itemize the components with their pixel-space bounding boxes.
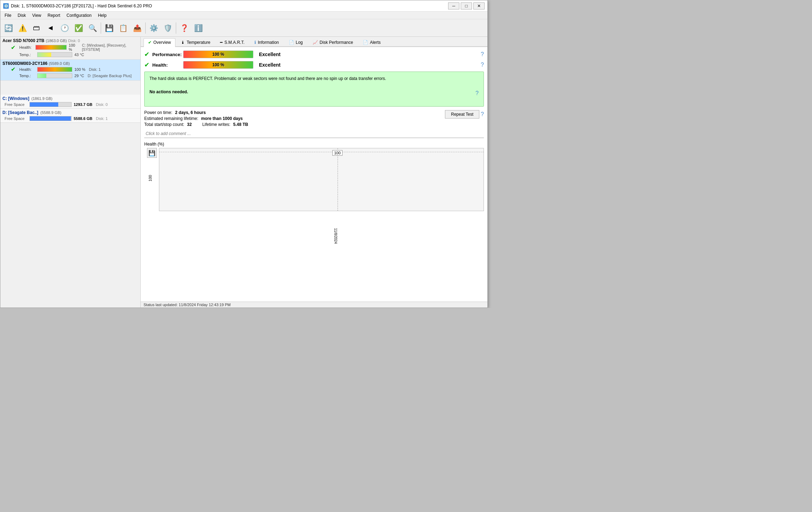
toolbar-separator-1 xyxy=(101,22,101,34)
refresh-button[interactable]: 🔄 xyxy=(2,21,15,35)
toolbar-separator-3 xyxy=(176,22,176,34)
chart-date-label: 11/8/2024 xyxy=(334,228,338,244)
health-help-icon[interactable]: ? xyxy=(481,62,484,68)
disk0-location: C: [Windows], [Recovery], [SYSTEM] xyxy=(82,43,138,52)
tab-information-icon: ℹ xyxy=(254,40,256,45)
tab-smart[interactable]: ━ S.M.A.R.T. xyxy=(215,38,249,46)
comment-area[interactable] xyxy=(144,130,484,138)
menu-file[interactable]: File xyxy=(2,12,14,19)
status-help-icon[interactable]: ? xyxy=(475,89,479,98)
disk-item-0[interactable]: Acer SSD N7000 2TB (1863.0 GB) Disk: 0 ✔… xyxy=(0,37,140,60)
disk1-temp-row: Temp.: 29 °C D: [Seagate Backup Plus] xyxy=(2,73,138,78)
menu-help[interactable]: Help xyxy=(95,12,109,19)
vol-d-size: (5588.9 GB) xyxy=(40,110,61,115)
disk0-health-fill xyxy=(36,45,66,49)
tab-alerts[interactable]: 📄 Alerts xyxy=(358,38,385,46)
help-button[interactable]: ❓ xyxy=(178,21,191,35)
tab-overview[interactable]: ✔ Overview xyxy=(144,38,175,47)
repeat-test-help-icon[interactable]: ? xyxy=(481,111,484,117)
performance-label: Performance: xyxy=(152,52,180,57)
backup-button[interactable]: 💾 xyxy=(102,21,116,35)
chart-wrapper: 100 100 xyxy=(157,148,484,211)
toolbar-separator-2 xyxy=(145,22,146,34)
disk1-health-row: ✔ Health: 100 % Disk: 1 xyxy=(2,66,138,73)
titlebar: 💿 Disk: 1, ST6000DM003-2CY186 [ZF20172L]… xyxy=(0,0,487,12)
disk1-location: D: [Seagate Backup Plus] xyxy=(88,74,132,78)
chart-save-button[interactable]: 💾 xyxy=(147,148,157,158)
lifetime-value: more than 1000 days xyxy=(201,116,243,121)
volume-d[interactable]: D: [Seagate Bac..] (5588.9 GB) Free Spac… xyxy=(0,109,140,123)
tab-information[interactable]: ℹ Information xyxy=(250,38,284,46)
tab-temperature[interactable]: 🌡 Temperature xyxy=(176,38,215,46)
tab-log[interactable]: 📄 Log xyxy=(284,38,307,46)
hdd-icon: 🗃 xyxy=(32,23,41,33)
disk0-num: Disk: 0 xyxy=(68,39,80,43)
health-label: Health: xyxy=(152,62,180,68)
disk0-temp-row: Temp.: 43 °C xyxy=(2,52,138,57)
tab-temperature-icon: 🌡 xyxy=(181,40,185,45)
volume-c[interactable]: C: [Windows] (1861.9 GB) Free Space 1293… xyxy=(0,95,140,109)
chart-title: Health (%) xyxy=(144,142,484,147)
stats-row: Total start/stop count: 32 Lifetime writ… xyxy=(144,122,248,127)
close-button[interactable]: ✕ xyxy=(473,2,485,9)
check-icon: ✅ xyxy=(74,23,84,33)
vol-d-disk-ref: Disk: 1 xyxy=(96,116,108,121)
disk-item-1[interactable]: ST6000DM003-2CY186 (5589.0 GB) ✔ Health:… xyxy=(0,60,140,81)
shield-button[interactable]: 🛡️ xyxy=(161,21,174,35)
vol-c-name: C: [Windows] xyxy=(2,96,29,101)
info-button[interactable]: ℹ️ xyxy=(192,21,205,35)
tab-performance-icon: 📈 xyxy=(313,40,318,45)
performance-pct: 100 % xyxy=(212,52,224,57)
window-title: Disk: 1, ST6000DM003-2CY186 [ZF20172L] -… xyxy=(11,4,152,8)
settings-button[interactable]: ⚙️ xyxy=(147,21,160,35)
info-area: Power on time: 2 days, 6 hours Estimated… xyxy=(144,110,484,127)
menu-disk[interactable]: Disk xyxy=(15,12,28,19)
menubar: File Disk View Report Configuration Help xyxy=(0,12,487,19)
app-icon: 💿 xyxy=(3,3,9,9)
main-area: Acer SSD N7000 2TB (1863.0 GB) Disk: 0 ✔… xyxy=(0,37,487,308)
vol-d-free-bar xyxy=(29,116,72,121)
tab-disk-performance[interactable]: 📈 Disk Performance xyxy=(308,38,358,46)
disk0-temp-fill xyxy=(38,53,51,57)
menu-configuration[interactable]: Configuration xyxy=(64,12,94,19)
history-button[interactable]: 🕐 xyxy=(58,21,71,35)
comment-input[interactable] xyxy=(144,130,484,138)
tab-log-icon: 📄 xyxy=(289,40,294,45)
repeat-test-button[interactable]: Repeat Test xyxy=(445,110,479,119)
refresh-icon: 🔄 xyxy=(4,23,13,33)
settings-icon: ⚙️ xyxy=(149,23,159,33)
copy-button[interactable]: 📋 xyxy=(117,21,130,35)
health-status: Excellent xyxy=(259,62,280,68)
chart-gridline-100 xyxy=(159,152,484,152)
search-button[interactable]: 🔍 xyxy=(86,21,99,35)
restore-icon: 📤 xyxy=(132,23,142,33)
check-button[interactable]: ✅ xyxy=(72,21,85,35)
tab-disk-performance-label: Disk Performance xyxy=(320,40,353,45)
alert-button[interactable]: ⚠️ xyxy=(16,21,29,35)
hdd-button[interactable]: 🗃 xyxy=(30,21,43,35)
chart-container: 100 11/8/2024 xyxy=(159,148,484,211)
read-button[interactable]: ◄ xyxy=(44,21,57,35)
vol-d-free-fill xyxy=(30,116,71,121)
tab-bar: ✔ Overview 🌡 Temperature ━ S.M.A.R.T. ℹ … xyxy=(141,37,487,47)
tab-overview-icon: ✔ xyxy=(148,40,152,45)
minimize-button[interactable]: ─ xyxy=(448,2,459,9)
health-pct: 100 % xyxy=(212,62,224,67)
maximize-button[interactable]: □ xyxy=(461,2,472,9)
start-stop-value: 32 xyxy=(187,122,192,127)
vol-c-free-row: Free Space 1293.7 GB Disk: 0 xyxy=(2,102,138,107)
disk0-health-bar xyxy=(35,45,67,50)
backup-icon: 💾 xyxy=(104,23,114,33)
power-row: Power on time: 2 days, 6 hours xyxy=(144,110,248,115)
menu-view[interactable]: View xyxy=(29,12,44,19)
tab-overview-label: Overview xyxy=(153,40,171,45)
tab-temperature-label: Temperature xyxy=(187,40,210,45)
tab-alerts-label: Alerts xyxy=(370,40,381,45)
disk1-health-fill xyxy=(38,67,72,72)
vol-c-size: (1861.9 GB) xyxy=(32,96,53,101)
alert-icon: ⚠️ xyxy=(18,23,27,33)
performance-help-icon[interactable]: ? xyxy=(481,51,484,58)
restore-button[interactable]: 📤 xyxy=(131,21,144,35)
menu-report[interactable]: Report xyxy=(45,12,63,19)
disk1-health-bar xyxy=(37,67,72,72)
